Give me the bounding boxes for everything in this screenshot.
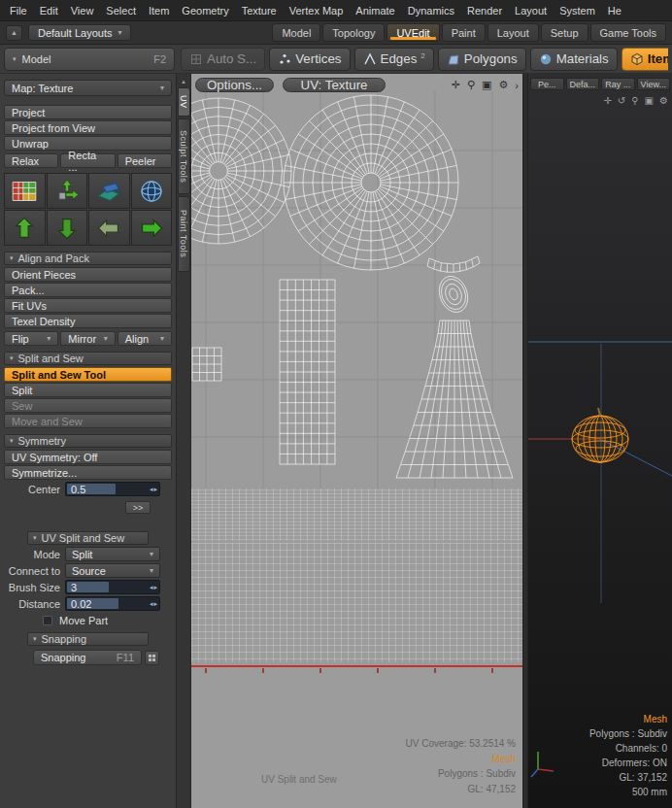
distance-input[interactable]: 0.02 ◂ ▸ [65, 596, 160, 611]
default-layouts-dropdown[interactable]: Default Layouts ▾ [28, 24, 131, 41]
options-button[interactable]: Options... [195, 78, 274, 92]
stepper-left-icon[interactable]: ◂ [150, 600, 153, 608]
brush-size-input[interactable]: 3 ◂ ▸ [65, 580, 160, 594]
menu-geometry[interactable]: Geometry [182, 5, 228, 17]
uv-map-tool-button[interactable] [4, 173, 46, 209]
menu-layout[interactable]: Layout [515, 5, 547, 17]
menu-help[interactable]: He [608, 5, 622, 17]
menu-system[interactable]: System [559, 5, 595, 17]
vertical-tab-uv[interactable]: UV [178, 87, 190, 117]
uv-texture-header-button[interactable]: UV: Texture [283, 78, 386, 92]
menu-render[interactable]: Render [467, 5, 502, 17]
menu-view[interactable]: View [71, 5, 94, 17]
rectangle-button[interactable]: Recta ... [60, 153, 115, 168]
viewport-tab-ray[interactable]: Ray ... [601, 78, 635, 90]
snapping-button[interactable]: Snapping F11 [33, 650, 142, 665]
section-split-and-sew[interactable]: ▾ Split and Sew [4, 352, 172, 365]
tab-paint[interactable]: Paint [442, 23, 486, 42]
viewport-tab-perspective[interactable]: Pe... [530, 78, 564, 90]
uv-move-right-button[interactable] [131, 210, 173, 246]
menu-vertex-map[interactable]: Vertex Map [289, 5, 344, 17]
peeler-button[interactable]: Peeler [118, 153, 172, 168]
more-icon[interactable]: › [515, 80, 519, 91]
symmetrize-button[interactable]: Symmetrize... [4, 465, 172, 480]
menu-edit[interactable]: Edit [40, 5, 58, 17]
map-selector-dropdown[interactable]: Map: Texture ▾ [4, 80, 172, 96]
distance-stepper[interactable]: ◂ ▸ [148, 600, 159, 608]
mode-dropdown[interactable]: Split ▾ [65, 547, 160, 561]
pan-icon[interactable]: ✛ [452, 79, 460, 91]
section-snapping[interactable]: ▾ Snapping [27, 632, 149, 646]
connect-to-dropdown[interactable]: Source ▾ [65, 563, 160, 578]
sew-button[interactable]: Sew [4, 398, 172, 413]
frame-icon[interactable]: ▣ [482, 79, 491, 91]
section-symmetry[interactable]: ▾ Symmetry [4, 434, 172, 448]
stepper-right-icon[interactable]: ▸ [153, 600, 157, 608]
split-and-sew-tool-button[interactable]: Split and Sew Tool [4, 367, 172, 382]
section-uv-split-and-sew[interactable]: ▾ UV Split and Sew [27, 531, 149, 545]
tab-model[interactable]: Model [272, 23, 320, 42]
projection-tool-button[interactable] [88, 173, 130, 209]
tab-layout[interactable]: Layout [487, 23, 539, 42]
align-dropdown[interactable]: Align▾ [118, 331, 172, 346]
perspective-viewport[interactable]: Pe... Defa... Ray ... View... ✛ ↺ ⚲ ▣ ⚙ … [528, 74, 672, 808]
vertices-button[interactable]: Vertices [269, 48, 350, 71]
model-panel-header[interactable]: ▾ Model F2 [4, 48, 175, 71]
brush-size-stepper[interactable]: ◂ ▸ [148, 584, 159, 591]
uv-move-left-button[interactable] [88, 210, 130, 246]
vertical-tab-paint-tools[interactable]: Paint Tools [178, 196, 190, 272]
gear-icon[interactable]: ⚙ [659, 95, 668, 106]
move-part-checkbox[interactable] [43, 616, 52, 625]
materials-button[interactable]: Materials [530, 48, 618, 71]
viewport-tab-view[interactable]: View... [637, 78, 671, 90]
tab-game-tools[interactable]: Game Tools [590, 23, 667, 42]
relax-button[interactable]: Relax [4, 153, 58, 168]
texel-density-button[interactable]: Texel Density [4, 314, 172, 328]
section-align-and-pack[interactable]: ▾ Align and Pack [4, 252, 172, 265]
tab-uvedit[interactable]: UVEdit [386, 23, 439, 42]
stepper-left-icon[interactable]: ◂ [150, 486, 153, 493]
items-button[interactable]: Items [622, 48, 668, 71]
layouts-icon[interactable]: ▲ [6, 25, 22, 41]
stepper-right-icon[interactable]: ▸ [153, 486, 157, 493]
expand-options-button[interactable]: >> [125, 501, 151, 514]
menu-dynamics[interactable]: Dynamics [408, 5, 454, 17]
uv-move-down-button[interactable] [47, 210, 88, 246]
center-stepper[interactable]: ◂ ▸ [148, 486, 159, 493]
menu-animate[interactable]: Animate [355, 5, 394, 17]
frame-icon[interactable]: ▣ [645, 95, 654, 106]
pan-icon[interactable]: ✛ [603, 95, 611, 106]
stepper-right-icon[interactable]: ▸ [153, 584, 157, 591]
mirror-dropdown[interactable]: Mirror▾ [60, 331, 115, 346]
zoom-icon[interactable]: ⚲ [467, 79, 475, 91]
menu-file[interactable]: File [10, 5, 27, 17]
split-button[interactable]: Split [4, 383, 172, 397]
edges-button[interactable]: Edges 2 [354, 48, 434, 71]
polygons-button[interactable]: Polygons [438, 48, 526, 71]
uv-editor-viewport[interactable]: Options... UV: Texture ✛ ⚲ ▣ ⚙ › UV Spli… [191, 74, 522, 808]
project-from-view-button[interactable]: Project from View [4, 120, 172, 135]
orient-pieces-button[interactable]: Orient Pieces [4, 267, 172, 282]
menu-item[interactable]: Item [149, 5, 169, 17]
tab-topology[interactable]: Topology [322, 23, 385, 42]
collapse-strip-icon[interactable]: ▴ [182, 77, 185, 85]
move-uv-tool-button[interactable] [47, 173, 88, 209]
pack-button[interactable]: Pack... [4, 283, 172, 297]
gear-icon[interactable]: ⚙ [498, 79, 508, 91]
uv-move-up-button[interactable] [4, 210, 46, 246]
flip-dropdown[interactable]: Flip▾ [4, 331, 58, 346]
menu-texture[interactable]: Texture [242, 5, 277, 17]
vertical-tab-sculpt-tools[interactable]: Sculpt Tools [178, 118, 190, 194]
sphere-projection-button[interactable] [131, 173, 173, 209]
uv-symmetry-button[interactable]: UV Symmetry: Off [4, 450, 172, 464]
project-button[interactable]: Project [4, 105, 172, 119]
stepper-left-icon[interactable]: ◂ [150, 584, 153, 591]
menu-select[interactable]: Select [106, 5, 136, 17]
snapping-options-button[interactable] [145, 651, 159, 665]
zoom-icon[interactable]: ⚲ [631, 95, 638, 106]
viewport-tab-default[interactable]: Defa... [566, 78, 600, 90]
center-input[interactable]: 0.5 ◂ ▸ [65, 482, 160, 496]
auto-select-button[interactable]: Auto S... [181, 48, 265, 71]
fit-uvs-button[interactable]: Fit UVs [4, 298, 172, 313]
move-and-sew-button[interactable]: Move and Sew [4, 414, 172, 428]
